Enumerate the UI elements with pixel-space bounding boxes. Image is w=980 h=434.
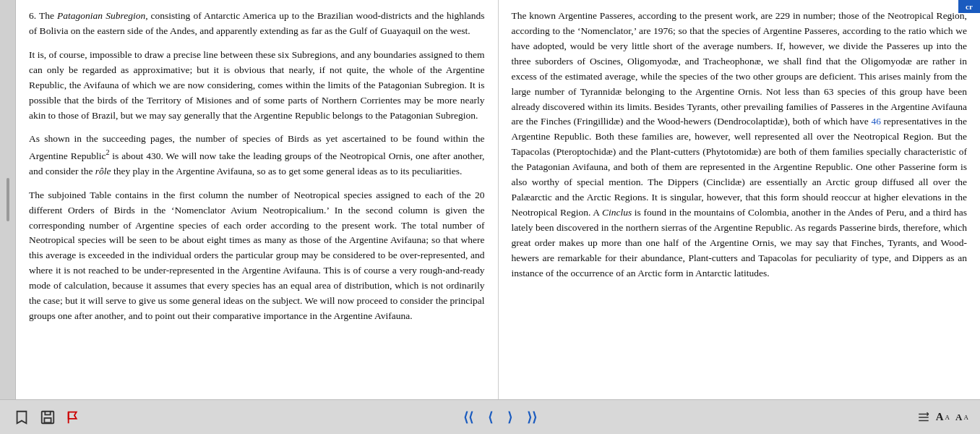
corner-text: cr bbox=[966, 2, 973, 11]
text-size-increase-button[interactable]: AA bbox=[936, 411, 950, 423]
left-sidebar bbox=[0, 0, 16, 399]
next-page-button[interactable]: ⟩ bbox=[504, 408, 515, 427]
right-text-column: The known Argentine Passeres, according … bbox=[499, 0, 981, 399]
list-icon bbox=[917, 411, 930, 424]
right-paragraph-1: The known Argentine Passeres, according … bbox=[512, 9, 968, 281]
svg-rect-1 bbox=[44, 417, 51, 422]
prev-page-button[interactable]: ⟨ bbox=[485, 408, 496, 427]
left-paragraph-4: The subjoined Table contains in the firs… bbox=[29, 188, 485, 324]
content-area: 6. The Patagonian Subregion, consisting … bbox=[16, 0, 980, 399]
number-46: 46 bbox=[871, 116, 881, 127]
list-view-button[interactable] bbox=[917, 411, 930, 424]
bookmark-icon bbox=[14, 409, 30, 425]
main-reading-area: cr 6. The Patagonian Subregion, consisti… bbox=[0, 0, 980, 399]
sidebar-marker bbox=[7, 178, 9, 221]
text-size-decrease-button[interactable]: AA bbox=[955, 412, 968, 423]
bottom-right-actions: AA AA bbox=[917, 411, 968, 424]
flag-button[interactable] bbox=[64, 409, 84, 426]
footnote-ref-2: 2 bbox=[106, 148, 109, 156]
text-size-down-sub: A bbox=[963, 414, 968, 421]
bookmark-button[interactable] bbox=[12, 409, 32, 426]
flag-icon bbox=[66, 409, 82, 425]
save-button[interactable] bbox=[38, 409, 58, 426]
corner-label: cr bbox=[958, 0, 980, 13]
last-page-button[interactable]: ⟩⟩ bbox=[524, 408, 540, 427]
role-word: rôle bbox=[95, 166, 111, 176]
text-size-down-label: A bbox=[955, 412, 962, 423]
cinclus-name: Cinclus bbox=[602, 207, 632, 218]
patagonian-subregion-title: Patagonian Subregion bbox=[57, 10, 145, 21]
first-page-button[interactable]: ⟨⟨ bbox=[460, 408, 476, 427]
left-paragraph-3: As shown in the succeeding pages, the nu… bbox=[29, 132, 485, 179]
text-size-up-label: A bbox=[936, 411, 944, 423]
bottom-left-actions bbox=[12, 409, 84, 426]
page-navigation: ⟨⟨ ⟨ ⟩ ⟩⟩ bbox=[460, 408, 540, 427]
left-text-column: 6. The Patagonian Subregion, consisting … bbox=[16, 0, 499, 399]
bottom-toolbar: ⟨⟨ ⟨ ⟩ ⟩⟩ AA AA bbox=[0, 399, 980, 434]
left-paragraph-2: It is, of course, impossible to draw a p… bbox=[29, 48, 485, 124]
save-icon bbox=[40, 409, 56, 425]
text-size-up-sup: A bbox=[945, 414, 950, 421]
left-paragraph-1: 6. The Patagonian Subregion, consisting … bbox=[29, 9, 485, 39]
